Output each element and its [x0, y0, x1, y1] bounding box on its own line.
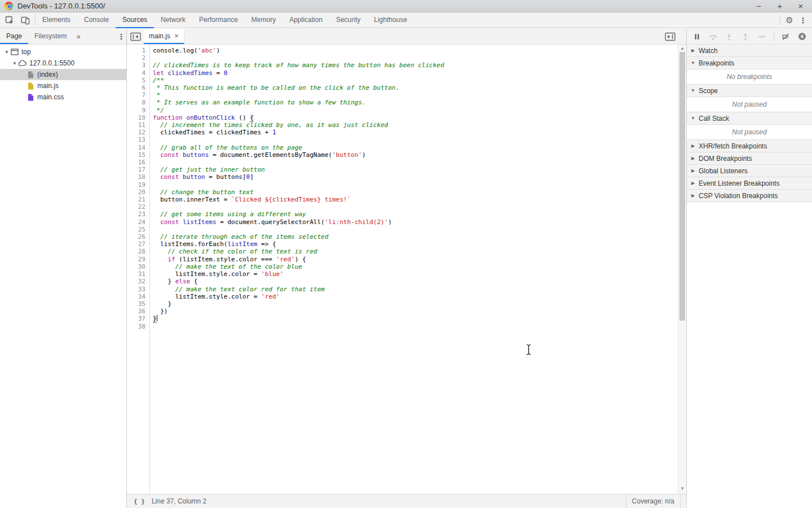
chevron-right-icon: ▶: [690, 193, 696, 198]
code-line: // clickedTimes is to keep track of how …: [153, 62, 686, 69]
main-tab-application[interactable]: Application: [283, 12, 329, 28]
section-event-listener-breakpoints[interactable]: ▶Event Listener Breakpoints: [687, 177, 812, 190]
line-number: 5: [127, 77, 149, 84]
maximize-button[interactable]: +: [775, 1, 784, 12]
main-tab-sources[interactable]: Sources: [116, 12, 154, 28]
code-token: [153, 233, 160, 240]
code-line: * It serves as an example function to sh…: [153, 99, 686, 106]
minimize-button[interactable]: −: [754, 1, 764, 12]
section-dom-breakpoints[interactable]: ▶DOM Breakpoints: [687, 152, 812, 165]
editor-scrollbar[interactable]: ▲ ▼: [678, 45, 686, 494]
comment-token: // change the button text: [160, 189, 254, 196]
line-number: 8: [127, 99, 149, 106]
string-token: 'red': [276, 256, 295, 263]
expander-icon: ▼: [3, 50, 10, 55]
inspect-element-icon[interactable]: [5, 15, 15, 25]
code-token: = buttons[: [205, 173, 246, 181]
scroll-up-icon[interactable]: ▲: [678, 45, 686, 52]
tree-item--index-[interactable]: (index): [0, 69, 126, 80]
editor-tab-mainjs[interactable]: main.js ×: [144, 29, 184, 44]
comment-token: // increment the times clicked by one, a…: [160, 121, 388, 129]
device-toolbar-icon[interactable]: [20, 15, 30, 25]
code-line: [153, 181, 686, 189]
scrollbar-thumb[interactable]: [679, 52, 685, 321]
step-icon[interactable]: [757, 32, 766, 41]
code-token: [153, 218, 160, 226]
code-token: ): [388, 218, 392, 226]
step-over-icon[interactable]: [709, 32, 718, 41]
pause-on-exceptions-icon[interactable]: [797, 32, 806, 41]
close-button[interactable]: ×: [796, 1, 805, 12]
code-token: const: [160, 151, 179, 159]
comment-token: // get just the inner button: [160, 166, 264, 173]
step-out-icon[interactable]: [741, 32, 750, 41]
section-scope[interactable]: ▼Scope: [687, 85, 812, 97]
navigator-overflow-icon[interactable]: »: [73, 29, 83, 44]
section-watch[interactable]: ▶Watch: [687, 45, 812, 57]
navigator-tab-page[interactable]: Page: [0, 29, 28, 44]
code-line: *: [153, 91, 686, 99]
tree-item-main.js[interactable]: main.js: [0, 80, 126, 91]
chevron-right-icon: ▶: [690, 48, 696, 53]
settings-gear-icon[interactable]: ⚙: [784, 15, 795, 25]
section-label: Watch: [699, 47, 718, 55]
tree-item-main.css[interactable]: main.css: [0, 91, 126, 103]
code-token: }: [153, 300, 171, 308]
line-number: 29: [127, 256, 149, 263]
toggle-navigator-icon[interactable]: [127, 29, 144, 44]
main-tab-console[interactable]: Console: [77, 12, 116, 28]
expander-icon: ▼: [11, 61, 18, 66]
tree-item-127.0.0.1-5500[interactable]: ▼127.0.0.1:5500: [0, 58, 126, 69]
navigator-more-icon[interactable]: ⋮: [117, 29, 126, 44]
code-editor[interactable]: 1234567891011121314151617181920212223242…: [127, 45, 686, 494]
chevron-right-icon: ▶: [690, 156, 696, 161]
more-options-icon[interactable]: ⋮: [798, 16, 807, 25]
main-tab-network[interactable]: Network: [154, 12, 192, 28]
code-token: = document.getElementsByTagName(: [209, 151, 332, 159]
code-line: const buttons = document.getElementsByTa…: [153, 151, 686, 159]
pause-icon[interactable]: [692, 32, 701, 41]
scroll-down-icon[interactable]: ▼: [678, 485, 686, 492]
window-title: DevTools - 127.0.0.1:5500/: [17, 2, 105, 10]
code-token: [153, 256, 168, 263]
section-content: Not paused: [687, 97, 812, 112]
tab-close-icon[interactable]: ×: [174, 33, 179, 39]
editor-tab-bar: main.js ×: [127, 29, 686, 45]
text-caret: [157, 315, 158, 321]
line-number: 24: [127, 218, 149, 226]
code-token: button: [183, 173, 205, 181]
section-breakpoints[interactable]: ▼Breakpoints: [687, 57, 812, 69]
code-line: /**: [153, 77, 686, 84]
pretty-print-icon[interactable]: { }: [127, 498, 152, 505]
deactivate-breakpoints-icon[interactable]: [782, 32, 791, 41]
main-tab-memory[interactable]: Memory: [245, 12, 283, 28]
code-line: let clickedTimes = 0: [153, 69, 686, 77]
navigator-tab-filesystem[interactable]: Filesystem: [28, 29, 73, 44]
main-tab-security[interactable]: Security: [329, 12, 367, 28]
main-tab-performance[interactable]: Performance: [192, 12, 245, 28]
section-xhr-fetch-breakpoints[interactable]: ▶XHR/fetch Breakpoints: [687, 140, 812, 152]
main-tab-elements[interactable]: Elements: [36, 12, 77, 28]
source-code[interactable]: console.log('abc') // clickedTimes is to…: [150, 45, 686, 494]
line-number: 2: [127, 54, 149, 62]
section-label: Global Listeners: [699, 167, 748, 175]
code-token: console.log(: [153, 47, 197, 54]
tree-item-label: (index): [37, 71, 58, 78]
code-line: listItem.style.color = 'red': [153, 293, 686, 300]
code-line: [153, 323, 686, 330]
code-token: button.innerText =: [153, 196, 231, 203]
section-call-stack[interactable]: ▼Call Stack: [687, 112, 812, 125]
code-token: [153, 286, 175, 293]
toggle-debugger-icon[interactable]: [661, 29, 678, 44]
code-token: else: [175, 278, 191, 285]
section-global-listeners[interactable]: ▶Global Listeners: [687, 165, 812, 177]
step-into-icon[interactable]: [725, 32, 734, 41]
line-number: 12: [127, 129, 149, 136]
tree-item-top[interactable]: ▼top: [0, 46, 126, 58]
main-tab-bar: ElementsConsoleSourcesNetworkPerformance…: [36, 12, 414, 28]
code-token: listItem.style.color =: [153, 293, 261, 300]
debugger-panel: ▶Watch▼BreakpointsNo breakpoints▼ScopeNo…: [686, 29, 812, 508]
section-csp-violation-breakpoints[interactable]: ▶CSP Violation Breakpoints: [687, 190, 812, 202]
coverage-status[interactable]: Coverage: n/a: [626, 494, 681, 508]
main-tab-lighthouse[interactable]: Lighthouse: [367, 12, 414, 28]
